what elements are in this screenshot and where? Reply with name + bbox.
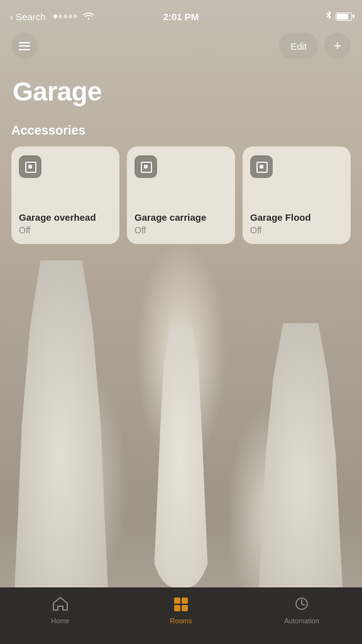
accessory-info-2: Garage carriage Off <box>134 211 228 236</box>
accessory-name-2: Garage carriage <box>134 211 228 224</box>
accessories-title: Accessories <box>11 123 351 138</box>
top-controls: Edit + <box>0 28 362 64</box>
accessory-icon-wrap-3 <box>250 155 273 178</box>
accessory-icon-wrap-1 <box>19 155 41 178</box>
status-left: ‹ Search <box>10 11 94 22</box>
back-button[interactable]: ‹ Search <box>10 11 46 22</box>
right-controls: Edit + <box>279 33 351 59</box>
chevron-left-icon: ‹ <box>10 11 13 22</box>
status-bar: ‹ Search 2:01 PM <box>0 0 362 28</box>
signal-dot-3 <box>63 14 67 18</box>
signal-dot-1 <box>53 14 57 18</box>
tab-rooms[interactable]: Rooms <box>121 594 241 625</box>
menu-line-2 <box>19 45 30 47</box>
menu-line-1 <box>19 42 30 43</box>
page-title: Garage <box>0 64 362 113</box>
signal-bars <box>53 14 77 18</box>
tab-automation-label: Automation <box>284 617 319 625</box>
tab-automation[interactable]: Automation <box>241 594 362 625</box>
svg-rect-1 <box>182 597 188 604</box>
home-icon <box>52 596 69 614</box>
accessory-status-2: Off <box>134 225 228 235</box>
automation-icon <box>293 596 310 614</box>
rooms-icon <box>173 596 189 614</box>
menu-button[interactable] <box>11 33 38 59</box>
signal-dot-4 <box>69 14 72 18</box>
accessory-status-1: Off <box>19 225 112 235</box>
carrier-label: Search <box>16 11 46 22</box>
battery-fill <box>337 14 348 19</box>
bluetooth-icon <box>326 11 332 23</box>
battery-indicator <box>336 13 352 21</box>
accessory-info-1: Garage overhead Off <box>19 211 112 236</box>
tab-home[interactable]: Home <box>0 594 121 625</box>
menu-icon <box>19 42 30 50</box>
accessory-icon-wrap-2 <box>134 155 157 178</box>
tab-home-label: Home <box>51 617 69 625</box>
accessory-card-garage-carriage[interactable]: Garage carriage Off <box>127 147 235 244</box>
light-switch-icon-2 <box>141 162 151 172</box>
accessory-card-garage-flood[interactable]: Garage Flood Off <box>243 147 351 244</box>
accessories-grid: Garage overhead Off Garage carriage Off … <box>11 147 351 244</box>
status-time: 2:01 PM <box>163 11 199 22</box>
light-switch-icon-3 <box>256 162 266 172</box>
accessory-info-3: Garage Flood Off <box>250 211 343 236</box>
accessory-name-1: Garage overhead <box>19 211 112 224</box>
signal-dot-5 <box>74 14 77 18</box>
accessory-card-garage-overhead[interactable]: Garage overhead Off <box>11 147 119 244</box>
add-button[interactable]: + <box>324 33 351 59</box>
tab-rooms-label: Rooms <box>170 617 192 625</box>
svg-rect-3 <box>182 605 188 611</box>
signal-dot-2 <box>58 14 62 18</box>
accessory-name-3: Garage Flood <box>250 211 343 224</box>
menu-line-3 <box>19 49 30 50</box>
svg-rect-2 <box>174 605 180 611</box>
light-switch-icon-1 <box>25 162 35 172</box>
status-right <box>326 11 352 23</box>
wifi-icon <box>84 11 94 21</box>
accessories-section: Accessories Garage overhead Off Garage c… <box>0 113 362 244</box>
svg-rect-0 <box>174 597 180 604</box>
tab-bar: Home Rooms Automation <box>0 587 362 644</box>
accessory-status-3: Off <box>250 225 343 235</box>
edit-button[interactable]: Edit <box>279 33 318 59</box>
